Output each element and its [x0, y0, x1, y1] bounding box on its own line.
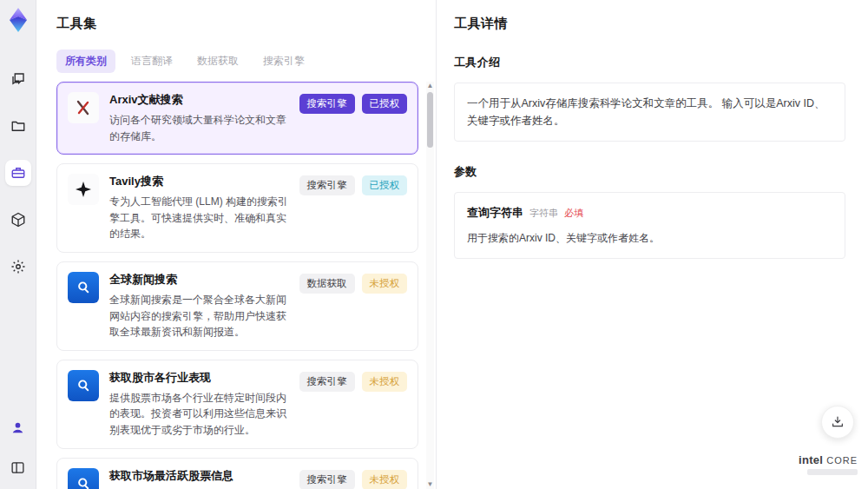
param-required-label: 必填: [564, 206, 583, 221]
intel-wordmark: intel: [799, 453, 823, 466]
scrollbar-thumb[interactable]: [427, 92, 433, 148]
page-title: 工具集: [56, 16, 436, 32]
param-description: 用于搜索的Arxiv ID、关键字或作者姓名。: [467, 230, 832, 247]
tool-name: Tavily搜索: [109, 174, 289, 189]
tool-card-sector-performance[interactable]: 获取股市各行业表现 提供股票市场各个行业在特定时间段内的表现。投资者可以利用这些…: [56, 360, 418, 449]
package-icon[interactable]: [5, 207, 31, 233]
tool-list: Arxiv文献搜索 访问各个研究领域大量科学论文和文章的存储库。 搜索引擎 已授…: [56, 82, 436, 489]
auth-status-badge: 未授权: [362, 274, 408, 294]
param-type: 字符串: [529, 206, 558, 221]
settings-gear-icon[interactable]: [5, 254, 31, 280]
scroll-up-icon[interactable]: ▲: [427, 82, 434, 90]
tool-card-global-news[interactable]: 全球新闻搜索 全球新闻搜索是一个聚合全球各大新闻网站内容的搜索引擎，帮助用户快速…: [56, 261, 418, 351]
toolbox-icon[interactable]: [5, 160, 31, 186]
auth-status-badge: 已授权: [362, 175, 408, 195]
scroll-down-icon[interactable]: ▼: [427, 480, 434, 489]
intro-text: 一个用于从Arxiv存储库搜索科学论文和文章的工具。 输入可以是Arxiv ID…: [467, 97, 825, 127]
blue-search-icon: [68, 468, 99, 489]
param-name: 查询字符串: [467, 204, 523, 222]
tab-search-engine[interactable]: 搜索引擎: [254, 50, 313, 73]
app-logo-icon: [6, 7, 30, 33]
tool-card-tavily[interactable]: Tavily搜索 专为人工智能代理 (LLM) 构建的搜索引擎工具。可快速提供实…: [56, 163, 418, 253]
category-badge: 搜索引擎: [299, 94, 355, 114]
download-button[interactable]: [821, 406, 854, 439]
tool-description: 专为人工智能代理 (LLM) 构建的搜索引擎工具。可快速提供实时、准确和真实的结…: [109, 194, 289, 242]
chat-icon[interactable]: [5, 66, 31, 92]
auth-status-badge: 已授权: [362, 94, 408, 114]
category-tabs: 所有类别 语言翻译 数据获取 搜索引擎: [56, 50, 436, 73]
intel-core-logo: intel CORE: [799, 453, 858, 475]
auth-status-badge: 未授权: [362, 372, 408, 392]
app-window: 工具集 所有类别 语言翻译 数据获取 搜索引擎 Arxiv文献搜索 访问各个研究…: [0, 0, 868, 489]
tool-name: 获取市场最活跃股票信息: [109, 468, 289, 484]
category-badge: 搜索引擎: [299, 175, 355, 195]
param-box: 查询字符串 字符串 必填 用于搜索的Arxiv ID、关键字或作者姓名。: [454, 192, 845, 259]
folder-icon[interactable]: [5, 113, 31, 139]
tab-data-fetch[interactable]: 数据获取: [188, 50, 247, 73]
intro-box: 一个用于从Arxiv存储库搜索科学论文和文章的工具。 输入可以是Arxiv ID…: [454, 83, 845, 142]
tab-all-categories[interactable]: 所有类别: [56, 50, 115, 73]
core-wordmark: CORE: [826, 455, 858, 466]
tool-card-most-active-stocks[interactable]: 获取市场最活跃股票信息 提供当天交易量最高的股票列表，投资者可以利用这些信息来识…: [56, 458, 418, 489]
sidebar-bottom: [5, 414, 31, 480]
blue-search-icon: [68, 370, 99, 401]
intro-heading: 工具介绍: [454, 55, 845, 70]
tool-list-panel: 工具集 所有类别 语言翻译 数据获取 搜索引擎 Arxiv文献搜索 访问各个研究…: [36, 0, 437, 489]
tool-details-panel: 工具详情 工具介绍 一个用于从Arxiv存储库搜索科学论文和文章的工具。 输入可…: [437, 0, 868, 489]
blue-search-icon: [68, 272, 99, 303]
params-heading: 参数: [454, 164, 845, 180]
list-scrollbar[interactable]: ▲ ▼: [426, 82, 434, 489]
panel-toggle-icon[interactable]: [5, 454, 31, 480]
tool-name: 获取股市各行业表现: [109, 370, 289, 386]
tool-description: 访问各个研究领域大量科学论文和文章的存储库。: [109, 112, 289, 144]
arxiv-logo-icon: [68, 92, 99, 123]
tool-description: 全球新闻搜索是一个聚合全球各大新闻网站内容的搜索引擎，帮助用户快速获取全球最新资…: [109, 292, 289, 340]
user-avatar-icon[interactable]: [5, 414, 31, 440]
tool-name: Arxiv文献搜索: [109, 92, 289, 108]
brand-subtext: [807, 469, 858, 475]
details-title: 工具详情: [454, 16, 845, 32]
tavily-star-icon: [68, 174, 99, 205]
tool-name: 全球新闻搜索: [109, 272, 289, 287]
category-badge: 数据获取: [299, 274, 355, 294]
tab-language-translation[interactable]: 语言翻译: [122, 50, 181, 73]
sidebar: [0, 0, 36, 489]
category-badge: 搜索引擎: [299, 372, 355, 392]
tool-card-arxiv[interactable]: Arxiv文献搜索 访问各个研究领域大量科学论文和文章的存储库。 搜索引擎 已授…: [56, 82, 418, 155]
tool-description: 提供股票市场各个行业在特定时间段内的表现。投资者可以利用这些信息来识别表现优于或…: [109, 390, 289, 439]
category-badge: 搜索引擎: [299, 470, 355, 489]
auth-status-badge: 未授权: [362, 470, 408, 489]
sidebar-nav: [5, 66, 31, 280]
